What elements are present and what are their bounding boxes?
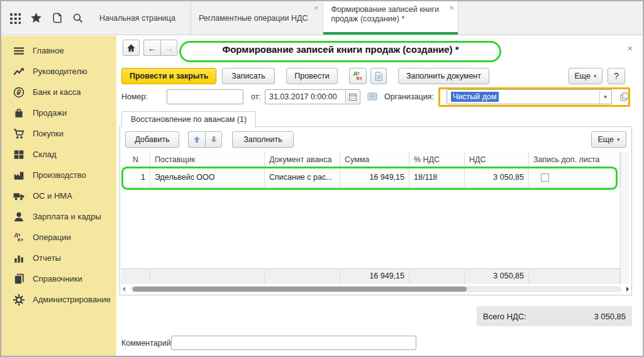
organization-selected-text: Чистый дом — [451, 92, 499, 102]
table-cell: 16 949,15 — [340, 168, 409, 187]
add-row-button[interactable]: Добавить — [125, 131, 179, 148]
history-icon[interactable] — [50, 11, 64, 25]
more-button[interactable]: Еще▾ — [569, 68, 602, 84]
sidebar-item-label: ОС и НМА — [33, 191, 72, 200]
sidebar-item-gear[interactable]: Администрирование — [1, 289, 116, 310]
extra-sheet-checkbox[interactable] — [541, 173, 549, 182]
table-totals-row: 16 949,153 050,85 — [121, 268, 620, 283]
1c-application-window: Начальная страницаРегламентные операции … — [0, 0, 644, 357]
scroll-left-arrow[interactable] — [123, 287, 125, 292]
sidebar-item-books[interactable]: Справочники — [1, 268, 116, 289]
vertical-scrollbar[interactable] — [620, 152, 629, 283]
calendar-icon — [349, 93, 357, 101]
tab-label: Регламентные операции НДС — [199, 5, 308, 31]
comment-field[interactable] — [171, 336, 416, 350]
truck-icon — [13, 190, 25, 202]
show-postings-button[interactable]: ДтКт — [349, 68, 367, 84]
navigation-buttons: ← → — [143, 40, 177, 56]
sidebar-item-bag[interactable]: Продажи — [1, 102, 116, 123]
page-title: Формирование записей книги продаж (созда… — [182, 39, 499, 60]
scrollbar-thumb[interactable] — [133, 287, 467, 292]
header-fields-row: Номер: от: 31.03.2017 0:00:00 Организаци… — [121, 89, 638, 104]
sidebar-item-warehouse[interactable]: Склад — [1, 144, 116, 165]
sidebar-item-cart[interactable]: Покупки — [1, 123, 116, 144]
sidebar-item-truck[interactable]: ОС и НМА — [1, 185, 116, 206]
sidebar-item-menu[interactable]: Главное — [1, 40, 116, 61]
form-close-button[interactable]: × — [627, 43, 633, 53]
save-button[interactable]: Записать — [222, 68, 275, 84]
search-icon[interactable] — [71, 11, 85, 25]
ruble-icon: ₽ — [13, 86, 25, 99]
sections-sidebar: ГлавноеРуководителю₽Банк и кассаПродажиП… — [1, 36, 116, 356]
sidebar-item-label: Производство — [33, 170, 86, 180]
factory-icon — [13, 169, 25, 182]
home-button[interactable] — [123, 40, 140, 56]
date-field[interactable]: 31.03.2017 0:00:00 — [265, 89, 360, 104]
dtkt-icon: ДтКт — [353, 71, 362, 81]
open-icon — [620, 92, 629, 101]
totals-cell — [150, 269, 265, 284]
tab-advance-restoration[interactable]: Восстановление по авансам (1) — [121, 111, 256, 127]
form-toolbar: Провести и закрыть Записать Провести ДтК… — [121, 68, 638, 84]
sidebar-item-label: Отчеты — [33, 253, 61, 263]
sidebar-item-person[interactable]: Зарплата и кадры — [1, 206, 116, 227]
list-icon — [367, 92, 377, 101]
table-cell: 1 — [121, 168, 150, 187]
organization-open-button[interactable] — [618, 91, 631, 103]
apps-grid-icon[interactable] — [8, 11, 22, 25]
sidebar-item-trend[interactable]: Руководителю — [1, 61, 116, 82]
totals-cell — [121, 269, 150, 284]
table-row[interactable]: 1Эдельвейс ОООСписание с рас...16 949,15… — [121, 168, 620, 187]
window-tab-1[interactable]: Начальная страница — [92, 1, 191, 35]
sidebar-item-factory[interactable]: Производство — [1, 165, 116, 185]
move-up-button[interactable] — [188, 131, 205, 148]
move-down-button[interactable] — [205, 131, 222, 148]
window-tab-2[interactable]: Регламентные операции НДС× — [191, 1, 323, 35]
table-more-button[interactable]: Еще▾ — [591, 131, 626, 148]
sidebar-item-label: Покупки — [33, 129, 64, 138]
table-cell: Эдельвейс ООО — [150, 168, 265, 187]
horizontal-scrollbar — [121, 285, 630, 293]
back-button[interactable]: ← — [143, 40, 160, 56]
warehouse-icon — [13, 148, 25, 161]
move-row-buttons — [188, 131, 222, 148]
column-header[interactable]: Поставщик — [150, 152, 265, 168]
window-tab-3[interactable]: Формирование записей книги продаж (созда… — [323, 1, 458, 35]
star-icon[interactable] — [29, 11, 43, 25]
calendar-button[interactable] — [345, 91, 359, 103]
document-structure-button[interactable] — [370, 68, 387, 84]
number-field[interactable] — [167, 89, 243, 104]
organization-dropdown-button[interactable]: ▾ — [599, 91, 611, 103]
sidebar-item-chart[interactable]: Отчеты — [1, 248, 116, 268]
document-form: ← → Формирование записей книги продаж (с… — [116, 36, 643, 356]
sidebar-item-dtkt[interactable]: ДтКтОперации — [1, 227, 116, 248]
tab-close-icon[interactable]: × — [314, 4, 318, 12]
sidebar-item-label: Администрирование — [33, 295, 111, 304]
fill-table-button[interactable]: Заполнить — [232, 131, 294, 148]
home-icon — [126, 43, 136, 53]
person-icon — [13, 211, 25, 223]
scrollbar-track[interactable] — [130, 286, 621, 292]
table-cell: Списание с рас... — [265, 168, 340, 187]
help-button[interactable]: ? — [608, 68, 625, 84]
column-header[interactable]: % НДС — [409, 152, 465, 168]
column-header[interactable]: N — [121, 152, 150, 168]
post-and-close-button[interactable]: Провести и закрыть — [121, 68, 216, 84]
related-documents-button[interactable] — [367, 91, 378, 102]
post-button[interactable]: Провести — [286, 68, 338, 84]
totals-value: 3 050,85 — [465, 269, 529, 284]
books-icon — [13, 273, 25, 285]
fill-document-button[interactable]: Заполнить документ — [398, 68, 489, 84]
organization-field[interactable]: Чистый дом ▾ — [447, 89, 612, 104]
total-vat-label: Всего НДС: — [483, 312, 526, 321]
forward-button[interactable]: → — [160, 40, 177, 56]
scroll-right-arrow[interactable] — [626, 287, 629, 292]
sidebar-item-ruble[interactable]: ₽Банк и касса — [1, 82, 116, 102]
column-header[interactable]: Запись доп. листа — [529, 152, 620, 168]
sidebar-item-label: Зарплата и кадры — [33, 212, 101, 221]
tab-close-icon[interactable]: × — [449, 4, 453, 12]
column-header[interactable]: НДС — [465, 152, 529, 168]
table-panel: Добавить Заполнить Еще▾ NПоставщикДокуме… — [119, 126, 632, 295]
column-header[interactable]: Документ аванса — [265, 152, 340, 168]
column-header[interactable]: Сумма — [340, 152, 409, 168]
